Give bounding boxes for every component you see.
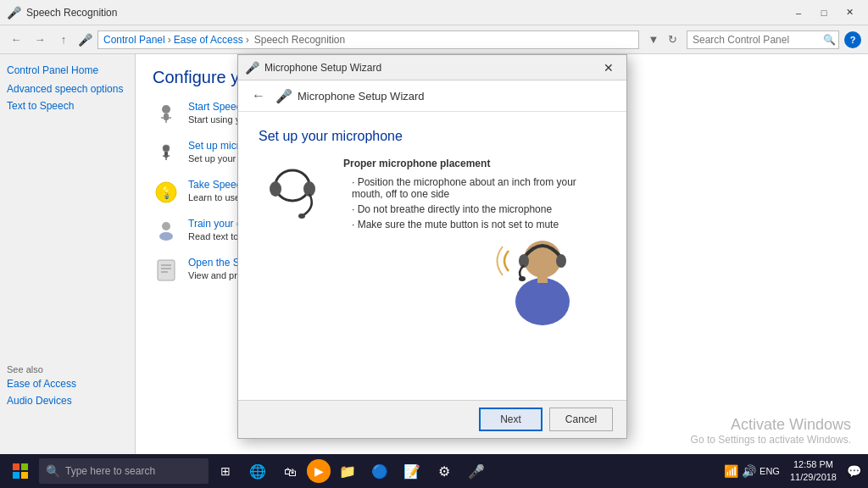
svg-point-11: [159, 232, 173, 241]
refresh-button[interactable]: ↻: [663, 30, 682, 49]
sidebar-control-panel-home[interactable]: Control Panel Home: [7, 64, 128, 76]
window-title: Speech Recognition: [26, 7, 117, 19]
modal-footer: Next Cancel: [238, 400, 626, 438]
search-icon: 🔍: [823, 34, 836, 46]
instructions-title: Proper microphone placement: [343, 158, 606, 169]
search-box: 🔍: [687, 30, 839, 49]
start-button[interactable]: [3, 454, 37, 488]
svg-point-10: [162, 222, 170, 230]
svg-point-20: [515, 278, 570, 325]
taskbar-search-box[interactable]: 🔍: [39, 458, 209, 484]
instruction-item-1: Position the microphone about an inch fr…: [343, 176, 606, 200]
close-button[interactable]: ✕: [837, 4, 861, 21]
dropdown-button[interactable]: ▼: [644, 30, 663, 49]
search-icon: 🔍: [46, 464, 60, 478]
taskbar-search-input[interactable]: [65, 465, 184, 477]
svg-rect-29: [21, 472, 28, 479]
clock-time: 12:58 PM: [790, 458, 837, 471]
taskbar-network-icon[interactable]: 📶: [724, 464, 738, 478]
taskbar-sound-icon[interactable]: 🔊: [742, 464, 756, 478]
edge-icon[interactable]: 🌐: [242, 454, 273, 488]
sidebar-audio-devices[interactable]: Audio Devices: [7, 395, 76, 407]
taskbar-notification-icon[interactable]: 💬: [847, 464, 861, 478]
breadcrumb-control-panel[interactable]: Control Panel: [103, 34, 165, 46]
media-player-icon[interactable]: ▶: [307, 459, 331, 483]
settings-icon[interactable]: ⚙: [429, 454, 459, 488]
svg-rect-12: [158, 260, 175, 280]
svg-point-25: [519, 276, 526, 281]
svg-point-24: [556, 254, 566, 268]
file-explorer-icon[interactable]: 📁: [332, 454, 363, 488]
breadcrumb-sep1: ›: [168, 34, 171, 46]
modal-section-title: Set up your microphone: [259, 129, 606, 144]
chrome-icon[interactable]: 🔵: [364, 454, 395, 488]
search-input[interactable]: [693, 34, 820, 46]
modal-wizard-mic-icon: 🎤: [275, 88, 292, 104]
sidebar-text-to-speech[interactable]: Text to Speech: [7, 100, 128, 112]
task-icon-speech-ref: [153, 257, 180, 284]
svg-point-4: [163, 145, 170, 152]
taskbar-lang[interactable]: ENG: [760, 466, 780, 476]
modal-close-button[interactable]: ✕: [598, 58, 620, 77]
help-button[interactable]: ?: [844, 31, 861, 48]
modal-body: Set up your microphone: [238, 112, 626, 400]
svg-rect-22: [537, 274, 548, 283]
headset-image: [259, 158, 326, 242]
taskbar-right: 📶 🔊 ENG 12:58 PM 11/29/2018 💬: [724, 458, 865, 485]
activate-watermark: Activate Windows Go to Settings to activ…: [691, 416, 851, 446]
modal-mic-icon: 🎤: [245, 61, 259, 75]
next-button[interactable]: Next: [479, 408, 542, 431]
cancel-button[interactable]: Cancel: [549, 408, 613, 431]
modal-nav-bar: ← 🎤 Microphone Setup Wizard: [238, 80, 626, 112]
microphone-setup-dialog: 🎤 Microphone Setup Wizard ✕ ← 🎤 Micropho…: [237, 54, 627, 439]
svg-point-17: [270, 181, 281, 197]
svg-rect-5: [164, 152, 168, 158]
title-bar: 🎤 Speech Recognition – □ ✕: [0, 0, 868, 25]
up-button[interactable]: ↑: [54, 30, 73, 49]
address-path[interactable]: Control Panel › Ease of Access › Speech …: [97, 30, 639, 49]
sidebar: Control Panel Home Advanced speech optio…: [0, 54, 136, 454]
svg-rect-27: [21, 463, 28, 470]
word-icon[interactable]: 📝: [397, 454, 427, 488]
task-icon-tutorial: 💡: [153, 179, 180, 206]
svg-point-0: [162, 105, 170, 114]
task-icon-set-up-mic: [153, 140, 180, 167]
sidebar-see-also-label: See also: [7, 364, 76, 374]
store-icon[interactable]: 🛍: [275, 454, 305, 488]
modal-title-text: Microphone Setup Wizard: [264, 62, 381, 74]
window-controls: – □ ✕: [787, 4, 861, 21]
svg-point-19: [298, 214, 305, 219]
watermark-line2: Go to Settings to activate Windows.: [691, 434, 851, 446]
breadcrumb-sep2: ›: [246, 34, 249, 46]
svg-rect-28: [13, 472, 19, 479]
clock-date: 11/29/2018: [790, 471, 837, 484]
modal-wizard-title-text: Microphone Setup Wizard: [298, 90, 425, 103]
modal-back-button[interactable]: ←: [248, 86, 269, 106]
svg-rect-1: [164, 114, 169, 120]
minimize-button[interactable]: –: [787, 4, 810, 21]
taskbar-clock[interactable]: 12:58 PM 11/29/2018: [783, 458, 843, 485]
forward-button[interactable]: →: [31, 30, 49, 49]
task-view-button[interactable]: ⊞: [210, 454, 241, 488]
window-icon: 🎤: [7, 6, 21, 19]
taskbar: 🔍 ⊞ 🌐 🛍 ▶ 📁 🔵 📝 ⚙ 🎤 📶 🔊 ENG 12:58 PM 11/…: [0, 454, 868, 488]
sidebar-ease-of-access[interactable]: Ease of Access: [7, 378, 76, 390]
modal-wizard-title: 🎤 Microphone Setup Wizard: [275, 88, 425, 104]
svg-text:💡: 💡: [159, 186, 175, 200]
back-button[interactable]: ←: [7, 30, 25, 49]
address-bar: ← → ↑ 🎤 Control Panel › Ease of Access ›…: [0, 25, 868, 54]
breadcrumb-speech-recognition: Speech Recognition: [254, 34, 345, 46]
svg-rect-26: [13, 463, 19, 470]
mic-taskbar-icon[interactable]: 🎤: [461, 454, 492, 488]
sidebar-advanced-speech[interactable]: Advanced speech options: [7, 83, 128, 95]
task-icon-start-speech: [153, 101, 180, 128]
modal-title-bar: 🎤 Microphone Setup Wizard ✕: [238, 55, 626, 80]
breadcrumb-ease-of-access[interactable]: Ease of Access: [174, 34, 243, 46]
watermark-line1: Activate Windows: [691, 416, 851, 434]
task-icon-train: [153, 218, 180, 245]
maximize-button[interactable]: □: [812, 4, 836, 21]
